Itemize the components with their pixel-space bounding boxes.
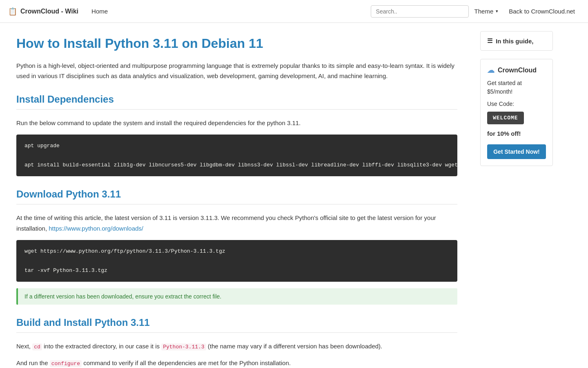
section3-desc-middle: into the extracted directory, in our cas… [44,343,160,350]
section3-description1: Next, cd into the extracted directory, i… [16,341,457,352]
promo-code-label: Use Code: [487,99,546,109]
get-started-button[interactable]: Get Started Now! [487,144,546,159]
back-to-crowncloud-link[interactable]: Back to CrownCloud.net [504,4,580,18]
chevron-down-icon: ▾ [496,9,498,14]
section2-divider [16,204,457,204]
section2-description: At the time of writing this article, the… [16,213,457,233]
page-layout: How to Install Python 3.11 on Debian 11 … [0,23,588,368]
section1-code-block: apt upgrade apt install build-essential … [16,135,457,176]
promo-box: ☁ CrownCloud Get started at $5/month! Us… [480,59,553,166]
section3-heading: Build and Install Python 3.11 [16,317,457,328]
sidebar: ☰ In this guide, ☁ CrownCloud Get starte… [474,23,559,368]
promo-tagline: Get started at $5/month! [487,79,546,96]
toc-header: ☰ In this guide, [487,37,546,45]
section2-heading: Download Python 3.11 [16,188,457,200]
section3-divider [16,332,457,333]
search-box [371,5,469,18]
section1-heading: Install Dependencies [16,94,457,105]
promo-code-badge: WELCOME [487,112,524,124]
cd-code: cd [32,343,42,350]
search-input[interactable] [376,8,463,15]
toc-box: ☰ In this guide, [480,31,553,51]
section3-desc-after: (the name may vary if a different versio… [208,343,382,350]
cloud-icon: ☁ [487,66,494,75]
section3-description2: And run the configure command to verify … [16,358,457,368]
navbar: 📋 CrownCloud - Wiki Home Theme ▾ Back to… [0,0,588,23]
intro-paragraph: Python is a high-level, object-oriented … [16,61,457,81]
promo-discount: for 10% off! [487,128,546,139]
section1-description: Run the below command to update the syst… [16,118,457,128]
python-downloads-link[interactable]: https://www.python.org/downloads/ [49,225,143,232]
toc-label: In this guide, [496,38,534,45]
section2-code-block: wget https://www.python.org/ftp/python/3… [16,240,457,282]
section3-desc2-before: And run the [16,359,48,366]
brand-icon: 📋 [8,7,17,16]
section2-alert: If a different version has been download… [16,288,457,305]
section3-desc2-after: command to verify if all the dependencie… [83,359,291,366]
page-title: How to Install Python 3.11 on Debian 11 [16,35,457,52]
brand-link[interactable]: 📋 CrownCloud - Wiki [8,7,78,16]
section1-divider [16,109,457,110]
toc-icon: ☰ [487,37,492,45]
theme-label: Theme [474,8,494,15]
theme-button[interactable]: Theme ▾ [469,4,504,18]
section3-desc-before: Next, [16,343,31,350]
promo-brand-label: CrownCloud [498,67,537,74]
dir-code: Python-3.11.3 [161,343,206,350]
configure-code: configure [50,360,82,367]
promo-brand: ☁ CrownCloud [487,66,546,75]
brand-label: CrownCloud - Wiki [20,8,78,15]
main-content: How to Install Python 3.11 on Debian 11 … [0,23,474,368]
home-nav-link[interactable]: Home [87,4,113,18]
